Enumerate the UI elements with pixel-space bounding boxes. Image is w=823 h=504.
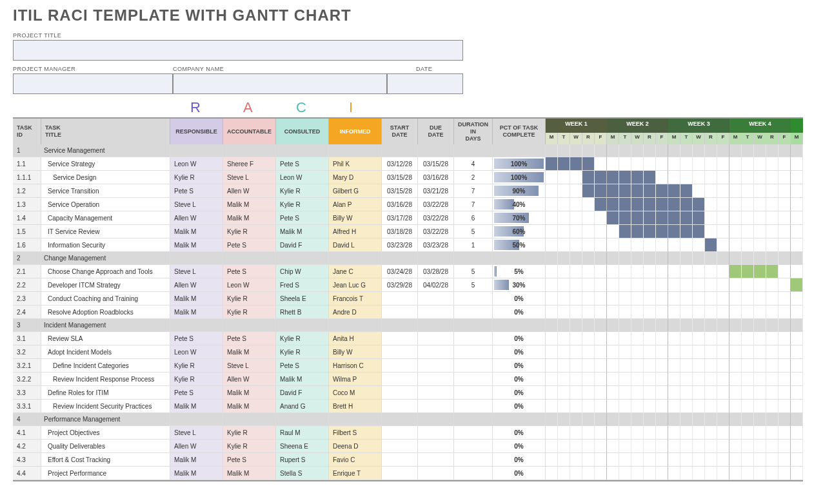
accountable-cell[interactable]: Kylie R (223, 426, 276, 440)
pct-cell[interactable]: 0% (493, 305, 546, 319)
due-date-cell[interactable] (418, 440, 454, 453)
start-date-cell[interactable]: 03/29/28 (382, 278, 418, 292)
duration-cell[interactable] (454, 345, 493, 359)
duration-cell[interactable] (454, 305, 493, 319)
responsible-cell[interactable]: Pete S (170, 184, 223, 198)
start-date-cell[interactable] (382, 292, 418, 305)
pct-cell[interactable]: 70% (493, 211, 546, 225)
accountable-cell[interactable]: Pete S (223, 238, 276, 252)
responsible-cell[interactable]: Leon W (170, 345, 223, 359)
pct-cell[interactable]: 100% (493, 171, 546, 184)
consulted-cell[interactable]: Leon W (276, 171, 329, 184)
pct-cell[interactable]: 0% (493, 440, 546, 453)
pct-cell[interactable]: 0% (493, 332, 546, 345)
accountable-cell[interactable]: Kylie R (223, 305, 276, 319)
duration-cell[interactable] (454, 440, 493, 453)
informed-cell[interactable]: Alfred H (329, 225, 382, 238)
responsible-cell[interactable]: Malik M (170, 305, 223, 319)
start-date-cell[interactable] (382, 453, 418, 467)
consulted-cell[interactable]: Anand G (276, 400, 329, 413)
responsible-cell[interactable]: Steve L (170, 426, 223, 440)
informed-cell[interactable]: David L (329, 238, 382, 252)
start-date-cell[interactable]: 03/15/28 (382, 184, 418, 198)
pct-cell[interactable]: 40% (493, 198, 546, 211)
start-date-cell[interactable] (382, 426, 418, 440)
start-date-cell[interactable]: 03/18/28 (382, 225, 418, 238)
due-date-cell[interactable]: 03/28/28 (418, 265, 454, 278)
informed-cell[interactable]: Favio C (329, 453, 382, 467)
pct-cell[interactable]: 0% (493, 453, 546, 467)
responsible-cell[interactable]: Malik M (170, 400, 223, 413)
start-date-cell[interactable] (382, 386, 418, 400)
responsible-cell[interactable]: Malik M (170, 453, 223, 467)
duration-cell[interactable]: 6 (454, 211, 493, 225)
accountable-cell[interactable]: Kylie R (223, 440, 276, 453)
consulted-cell[interactable]: Rupert S (276, 453, 329, 467)
informed-cell[interactable]: Filbert S (329, 426, 382, 440)
duration-cell[interactable]: 2 (454, 171, 493, 184)
pct-cell[interactable]: 0% (493, 373, 546, 386)
pct-cell[interactable]: 0% (493, 292, 546, 305)
responsible-cell[interactable]: Allen W (170, 278, 223, 292)
informed-cell[interactable]: Deena D (329, 440, 382, 453)
due-date-cell[interactable]: 04/02/28 (418, 278, 454, 292)
duration-cell[interactable] (454, 373, 493, 386)
due-date-cell[interactable] (418, 467, 454, 480)
informed-cell[interactable]: Billy W (329, 345, 382, 359)
duration-cell[interactable] (454, 467, 493, 480)
accountable-cell[interactable]: Steve L (223, 359, 276, 373)
duration-cell[interactable]: 5 (454, 278, 493, 292)
informed-cell[interactable]: Alan P (329, 198, 382, 211)
accountable-cell[interactable]: Allen W (223, 184, 276, 198)
consulted-cell[interactable]: Pete S (276, 157, 329, 171)
start-date-cell[interactable] (382, 440, 418, 453)
due-date-cell[interactable]: 03/21/28 (418, 184, 454, 198)
accountable-cell[interactable]: Malik M (223, 211, 276, 225)
start-date-cell[interactable] (382, 467, 418, 480)
start-date-cell[interactable] (382, 332, 418, 345)
responsible-cell[interactable]: Allen W (170, 440, 223, 453)
start-date-cell[interactable] (382, 400, 418, 413)
pct-cell[interactable]: 90% (493, 184, 546, 198)
duration-cell[interactable] (454, 400, 493, 413)
start-date-cell[interactable]: 03/24/28 (382, 265, 418, 278)
accountable-cell[interactable]: Malik M (223, 198, 276, 211)
consulted-cell[interactable]: Kylie R (276, 198, 329, 211)
due-date-cell[interactable] (418, 359, 454, 373)
duration-cell[interactable] (454, 453, 493, 467)
consulted-cell[interactable]: Fred S (276, 278, 329, 292)
duration-cell[interactable]: 5 (454, 225, 493, 238)
accountable-cell[interactable]: Malik M (223, 400, 276, 413)
responsible-cell[interactable]: Leon W (170, 157, 223, 171)
duration-cell[interactable] (454, 359, 493, 373)
consulted-cell[interactable]: Kylie R (276, 332, 329, 345)
duration-cell[interactable]: 1 (454, 238, 493, 252)
accountable-cell[interactable]: Steve L (223, 171, 276, 184)
accountable-cell[interactable]: Sheree F (223, 157, 276, 171)
duration-cell[interactable] (454, 386, 493, 400)
responsible-cell[interactable]: Kylie R (170, 171, 223, 184)
informed-cell[interactable]: Harrison C (329, 359, 382, 373)
start-date-cell[interactable] (382, 305, 418, 319)
due-date-cell[interactable] (418, 386, 454, 400)
informed-cell[interactable]: Anita H (329, 332, 382, 345)
consulted-cell[interactable]: Raul M (276, 426, 329, 440)
responsible-cell[interactable]: Pete S (170, 332, 223, 345)
responsible-cell[interactable]: Steve L (170, 198, 223, 211)
responsible-cell[interactable]: Malik M (170, 467, 223, 480)
project-manager-input[interactable] (13, 73, 173, 94)
consulted-cell[interactable]: Pete S (276, 359, 329, 373)
accountable-cell[interactable]: Malik M (223, 467, 276, 480)
consulted-cell[interactable]: David F (276, 386, 329, 400)
duration-cell[interactable] (454, 332, 493, 345)
due-date-cell[interactable] (418, 292, 454, 305)
accountable-cell[interactable]: Malik M (223, 345, 276, 359)
due-date-cell[interactable] (418, 345, 454, 359)
accountable-cell[interactable]: Pete S (223, 332, 276, 345)
duration-cell[interactable] (454, 426, 493, 440)
start-date-cell[interactable]: 03/15/28 (382, 171, 418, 184)
consulted-cell[interactable]: Chip W (276, 265, 329, 278)
accountable-cell[interactable]: Kylie R (223, 292, 276, 305)
start-date-cell[interactable]: 03/12/28 (382, 157, 418, 171)
pct-cell[interactable]: 50% (493, 238, 546, 252)
